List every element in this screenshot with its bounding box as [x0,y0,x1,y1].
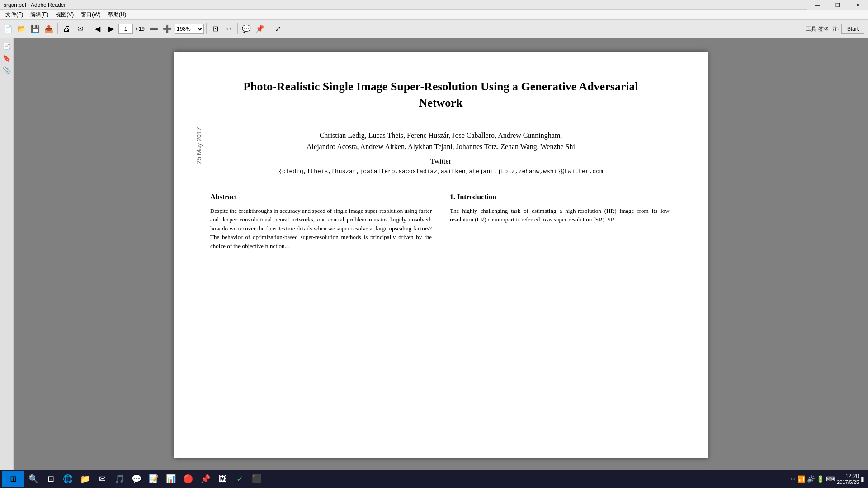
taskbar-battery-icon: 🔋 [816,475,824,483]
new-btn[interactable]: 📄 [2,23,14,35]
title-bar: srgan.pdf - Adobe Reader — ❐ ✕ [0,0,868,10]
window-title: srgan.pdf - Adobe Reader [4,2,66,8]
close-button[interactable]: ✕ [848,0,868,10]
taskbar-lang: 中 [791,476,796,483]
two-column-section: Abstract Despite the breakthroughs in ac… [210,193,671,251]
taskbar-acrobat[interactable]: 🔴 [180,471,196,487]
paper-title: Photo-Realistic Single Image Super-Resol… [210,79,671,112]
abstract-column: Abstract Despite the breakthroughs in ac… [210,193,432,251]
show-desktop-btn[interactable]: ▮ [861,475,864,483]
sep5 [269,23,269,34]
minimize-button[interactable]: — [807,0,827,10]
menu-help[interactable]: 帮助(H) [104,10,130,19]
pdf-page: 25 May 2017 Photo-Realistic Single Image… [174,52,708,458]
print-btn[interactable]: 🖨 [60,23,73,35]
date-stamp: 25 May 2017 [195,127,203,164]
taskbar-cmd[interactable]: ⬛ [249,471,265,487]
menu-window[interactable]: 窗口(W) [77,10,104,19]
taskbar-start-btn[interactable]: ⊞ [2,471,24,487]
taskbar-mail[interactable]: ✉ [94,471,110,487]
date-display: 2017/5/25 [837,479,859,485]
paper-authors: Christian Ledig, Lucas Theis, Ferenc Hus… [210,130,671,153]
paper-affiliation: Twitter [210,157,671,165]
taskbar-time: 12:20 2017/5/25 [837,473,859,485]
taskbar-network-icon: 📶 [797,475,805,483]
expand-btn[interactable]: ⤢ [271,23,284,35]
zoom-in-btn[interactable]: ➕ [161,23,174,35]
comment-btn[interactable]: 💬 [240,23,253,35]
abstract-heading: Abstract [210,193,432,201]
bookmarks-btn[interactable]: 🔖 [2,53,12,63]
menu-edit[interactable]: 编辑(E) [27,10,52,19]
menu-view[interactable]: 视图(V) [52,10,77,19]
sign-label: 签名· [818,25,830,33]
authors-line1: Christian Ledig, Lucas Theis, Ferenc Hus… [320,131,562,139]
email-btn[interactable]: ✉ [74,23,86,35]
maximize-button[interactable]: ❐ [827,0,848,10]
sep2 [89,23,89,34]
menu-bar: 文件(F) 编辑(E) 视图(V) 窗口(W) 帮助(H) [0,10,868,20]
zoom-out-btn[interactable]: ➖ [147,23,160,35]
sep1 [57,23,58,34]
authors-line2: Alejandro Acosta, Andrew Aitken, Alykhan… [307,143,575,150]
thumbnails-btn[interactable]: 📑 [2,42,12,52]
toolbar: 📄 📂 💾 📤 🖨 ✉ ◀ ▶ / 19 ➖ ➕ 198% 100% 150% … [0,20,868,38]
sep4 [237,23,238,34]
zoom-select[interactable]: 198% 100% 150% 75% [175,24,204,34]
intro-heading: 1. Introduction [450,193,671,201]
taskbar-more[interactable]: ✓ [231,471,248,487]
introduction-column: 1. Introduction The highly challenging t… [450,193,671,251]
save-btn[interactable]: 💾 [29,23,42,35]
main-area: 25 May 2017 Photo-Realistic Single Image… [14,38,868,470]
taskbar-pin[interactable]: 📌 [197,471,213,487]
taskbar: ⊞ 🔍 ⊡ 🌐 📁 ✉ 🎵 💬 📝 📊 🔴 📌 🖼 ✓ ⬛ 中 📶 🔊 🔋 ⌨ … [0,470,868,488]
taskbar-volume-icon: 🔊 [807,475,815,483]
taskbar-task-view[interactable]: ⊡ [42,471,59,487]
stamp-btn[interactable]: 📌 [254,23,266,35]
title-line2: Network [419,96,463,109]
page-total: / 19 [134,26,146,32]
intro-text: The highly challenging task of estimatin… [450,206,671,224]
start-button[interactable]: Start [841,24,864,34]
export-btn[interactable]: 📤 [42,23,55,35]
note-label: 注· [832,25,839,33]
page-number-input[interactable] [118,24,133,34]
paper-email: {cledig,ltheis,fhuszar,jcaballero,aacost… [210,168,671,175]
taskbar-sys-icons: 中 📶 🔊 🔋 ⌨ [791,475,835,483]
taskbar-notepad[interactable]: 📝 [146,471,162,487]
right-toolbar: 工具 签名· 注· Start [802,20,868,38]
prev-page-btn[interactable]: ◀ [91,23,104,35]
title-line1: Photo-Realistic Single Image Super-Resol… [243,80,638,93]
side-panel: 📑 🔖 📎 [0,38,14,470]
taskbar-chat[interactable]: 💬 [128,471,145,487]
tools-label: 工具 [806,25,816,33]
taskbar-search[interactable]: 🔍 [25,471,42,487]
sep3 [206,23,207,34]
taskbar-right: 中 📶 🔊 🔋 ⌨ 12:20 2017/5/25 ▮ [787,470,868,488]
fit-width-btn[interactable]: ↔ [222,23,235,35]
title-bar-controls: — ❐ ✕ [807,0,868,10]
taskbar-photo[interactable]: 🖼 [214,471,231,487]
layers-btn[interactable]: 📎 [2,65,12,75]
open-btn[interactable]: 📂 [15,23,28,35]
taskbar-keyboard-icon: ⌨ [826,475,835,483]
taskbar-edge[interactable]: 🌐 [60,471,76,487]
fit-page-btn[interactable]: ⊡ [209,23,222,35]
menu-file[interactable]: 文件(F) [2,10,27,19]
page-nav: / 19 [118,24,146,34]
next-page-btn[interactable]: ▶ [105,23,118,35]
taskbar-excel[interactable]: 📊 [163,471,179,487]
time-display: 12:20 [837,473,859,479]
abstract-text: Despite the breakthroughs in accuracy an… [210,206,432,251]
taskbar-music[interactable]: 🎵 [111,471,127,487]
taskbar-explorer[interactable]: 📁 [77,471,93,487]
